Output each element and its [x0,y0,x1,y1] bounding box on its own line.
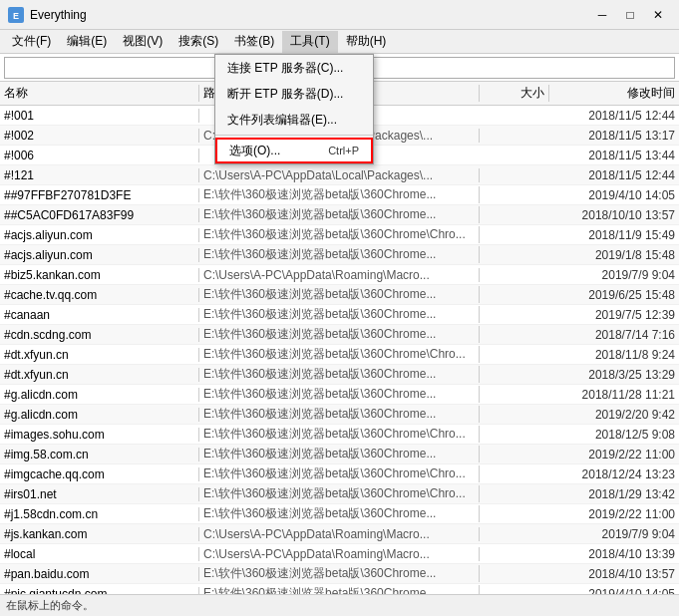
file-date: 2019/1/8 15:48 [549,248,679,262]
col-header-name[interactable]: 名称 [0,85,199,102]
table-row[interactable]: #dt.xfyun.cnE:\软件\360极速浏览器beta版\360Chrom… [0,365,679,385]
minimize-button[interactable]: ─ [589,5,615,25]
table-row[interactable]: #cache.tv.qq.comE:\软件\360极速浏览器beta版\360C… [0,285,679,305]
table-row[interactable]: #!121C:\Users\A-PC\AppData\Local\Package… [0,165,679,185]
menu-item-file[interactable]: 文件(F) [4,31,59,53]
table-row[interactable]: #irs01.netE:\软件\360极速浏览器beta版\360Chrome\… [0,484,679,504]
dropdown-item-disconnect-etp[interactable]: 断开 ETP 服务器(D)... [215,81,373,107]
file-date: 2019/4/10 14:05 [549,587,679,595]
menu-item-tools[interactable]: 工具(T) [282,31,337,53]
svg-text:E: E [13,11,19,21]
file-name: #g.alicdn.com [0,408,199,422]
dropdown-item-file-list-editor[interactable]: 文件列表编辑器(E)... [215,107,373,133]
file-name: #dt.xfyun.cn [0,368,199,382]
table-row[interactable]: #acjs.aliyun.comE:\软件\360极速浏览器beta版\360C… [0,225,679,245]
file-name: #irs01.net [0,487,199,501]
file-path: C:\Users\A-PC\AppData\Roaming\Macro... [199,527,480,541]
dropdown-item-connect-etp[interactable]: 连接 ETP 服务器(C)... [215,55,373,81]
maximize-button[interactable]: □ [617,5,643,25]
table-row[interactable]: #g.alicdn.comE:\软件\360极速浏览器beta版\360Chro… [0,405,679,425]
table-row[interactable]: #images.sohu.comE:\软件\360极速浏览器beta版\360C… [0,425,679,445]
table-row[interactable]: #biz5.kankan.comC:\Users\A-PC\AppData\Ro… [0,265,679,285]
file-name: #acjs.aliyun.com [0,228,199,242]
dropdown-item-label: 连接 ETP 服务器(C)... [227,60,361,77]
file-name: #canaan [0,308,199,322]
table-row[interactable]: #localC:\Users\A-PC\AppData\Roaming\Macr… [0,544,679,564]
table-row[interactable]: #img.58.com.cnE:\软件\360极速浏览器beta版\360Chr… [0,445,679,464]
close-button[interactable]: ✕ [645,5,671,25]
table-row[interactable]: #js.kankan.comC:\Users\A-PC\AppData\Roam… [0,524,679,544]
table-row[interactable]: #acjs.aliyun.comE:\软件\360极速浏览器beta版\360C… [0,245,679,265]
table-row[interactable]: ##97FFBF270781D3FEE:\软件\360极速浏览器beta版\36… [0,185,679,205]
file-name: ##C5AC0FD617A83F99 [0,208,199,222]
file-path: C:\Users\A-PC\AppData\Roaming\Macro... [199,547,480,561]
file-name: #!006 [0,149,199,162]
status-bar: 在鼠标上的命令。 [0,594,679,616]
table-row[interactable]: #cdn.scdng.comE:\软件\360极速浏览器beta版\360Chr… [0,325,679,345]
dropdown-item-label: 文件列表编辑器(E)... [227,112,361,129]
file-path: E:\软件\360极速浏览器beta版\360Chrome... [199,326,480,343]
file-name: #js.kankan.com [0,527,199,541]
dropdown-item-shortcut: Ctrl+P [328,145,359,156]
file-date: 2019/2/22 11:00 [549,448,679,462]
table-row[interactable]: #g.alicdn.comE:\软件\360极速浏览器beta版\360Chro… [0,385,679,405]
file-name: #acjs.aliyun.com [0,248,199,262]
file-path: E:\软件\360极速浏览器beta版\360Chrome\Chro... [199,226,480,243]
file-name: #pan.baidu.com [0,567,199,581]
file-date: 2018/11/5 13:44 [549,149,679,162]
file-path: E:\软件\360极速浏览器beta版\360Chrome\Chro... [199,426,480,443]
file-date: 2018/11/9 15:49 [549,228,679,242]
file-path: E:\软件\360极速浏览器beta版\360Chrome\Chro... [199,465,480,482]
col-header-size[interactable]: 大小 [480,85,549,102]
col-header-date[interactable]: 修改时间 [549,85,679,102]
dropdown-item-options[interactable]: 选项(O)...Ctrl+P [215,138,373,163]
table-row[interactable]: #imgcache.qq.comE:\软件\360极速浏览器beta版\360C… [0,464,679,484]
app-title: Everything [30,8,87,22]
title-bar-left: E Everything [8,7,87,23]
window-controls: ─ □ ✕ [589,5,671,25]
file-path: E:\软件\360极速浏览器beta版\360Chrome... [199,386,480,403]
file-path: E:\软件\360极速浏览器beta版\360Chrome... [199,186,480,203]
file-name: #images.sohu.com [0,428,199,442]
title-bar: E Everything ─ □ ✕ [0,0,679,30]
file-path: E:\软件\360极速浏览器beta版\360Chrome... [199,406,480,423]
file-path: E:\软件\360极速浏览器beta版\360Chrome... [199,206,480,223]
file-date: 2019/2/20 9:42 [549,408,679,422]
file-path: E:\软件\360极速浏览器beta版\360Chrome\Chro... [199,346,480,363]
file-name: #dt.xfyun.cn [0,348,199,362]
file-name: ##97FFBF270781D3FE [0,188,199,202]
file-date: 2019/2/22 11:00 [549,507,679,521]
file-date: 2019/7/9 9:04 [549,527,679,541]
file-path: E:\软件\360极速浏览器beta版\360Chrome... [199,366,480,383]
table-row[interactable]: #canaanE:\软件\360极速浏览器beta版\360Chrome...2… [0,305,679,325]
file-path: E:\软件\360极速浏览器beta版\360Chrome... [199,286,480,303]
file-date: 2019/4/10 14:05 [549,188,679,202]
file-date: 2018/4/10 13:39 [549,547,679,561]
file-date: 2018/11/8 9:24 [549,348,679,362]
menu-item-search[interactable]: 搜索(S) [170,31,226,53]
file-date: 2018/3/25 13:29 [549,368,679,382]
file-date: 2018/11/5 12:44 [549,168,679,182]
file-date: 2018/10/10 13:57 [549,208,679,222]
table-row[interactable]: #j1.58cdn.com.cnE:\软件\360极速浏览器beta版\360C… [0,504,679,524]
file-name: #biz5.kankan.com [0,268,199,282]
file-date: 2018/1/29 13:42 [549,487,679,501]
file-path: E:\软件\360极速浏览器beta版\360Chrome... [199,505,480,522]
table-row[interactable]: #pan.baidu.comE:\软件\360极速浏览器beta版\360Chr… [0,564,679,584]
menu-item-view[interactable]: 视图(V) [115,31,170,53]
file-name: #!002 [0,129,199,143]
table-row[interactable]: #dt.xfyun.cnE:\软件\360极速浏览器beta版\360Chrom… [0,345,679,365]
table-row[interactable]: ##C5AC0FD617A83F99E:\软件\360极速浏览器beta版\36… [0,205,679,225]
file-name: #img.58.com.cn [0,448,199,462]
file-path: E:\软件\360极速浏览器beta版\360Chrome... [199,565,480,582]
dropdown-separator [215,135,373,136]
menu-item-bookmark[interactable]: 书签(B) [226,31,282,53]
menu-item-help[interactable]: 帮助(H) [338,31,395,53]
table-row[interactable]: #pic.qiantucdn.comE:\软件\360极速浏览器beta版\36… [0,584,679,594]
file-name: #imgcache.qq.com [0,467,199,481]
file-date: 2018/11/28 11:21 [549,388,679,402]
menu-item-edit[interactable]: 编辑(E) [59,31,115,53]
file-date: 2018/7/14 7:16 [549,328,679,342]
file-date: 2019/7/9 9:04 [549,268,679,282]
dropdown-item-label: 选项(O)... [229,143,320,159]
